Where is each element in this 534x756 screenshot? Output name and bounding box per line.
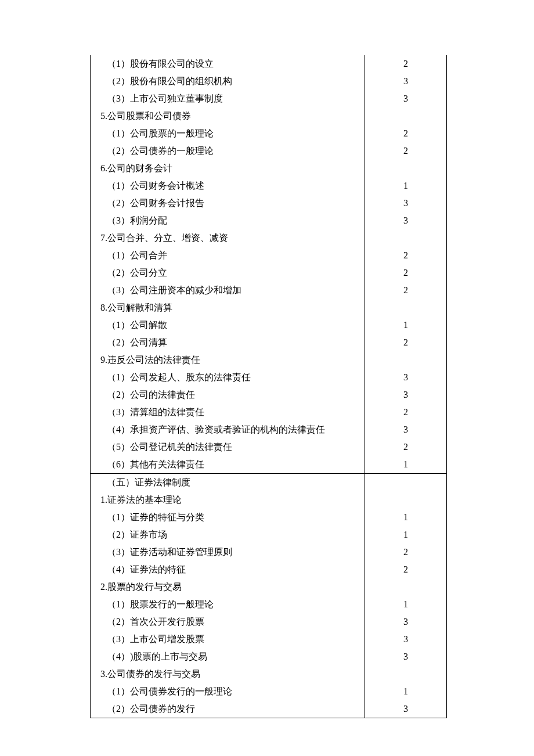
outline-text: （3）清算组的法律责任 [91, 404, 365, 421]
outline-number [365, 299, 446, 316]
outline-label: （3）证券活动和证券管理原则 [91, 543, 365, 561]
outline-number: 1 [365, 177, 446, 195]
table-row: （1）公司财务会计概述1 [91, 177, 447, 195]
outline-label: （1）公司解散 [91, 316, 365, 334]
outline-number: 2 [365, 561, 446, 578]
outline-number: 3 [365, 700, 446, 718]
outline-text: （3）上市公司增发股票 [91, 631, 365, 648]
table-row: （1）证券的特征与分类1 [91, 509, 447, 526]
outline-text: （2）首次公开发行股票 [91, 613, 365, 631]
outline-text: 7.公司合并、分立、增资、减资 [91, 229, 365, 247]
outline-label: （1）公司债券发行的一般理论 [91, 683, 365, 700]
table-row: 3.公司债券的发行与交易 [91, 665, 447, 683]
outline-label: （1）公司股票的一般理论 [91, 125, 365, 142]
table-row: （2）公司债券的一般理论2 [91, 142, 447, 160]
outline-text: （4）承担资产评估、验资或者验证的机构的法律责任 [91, 421, 365, 438]
outline-label: 6.公司的财务会计 [91, 160, 365, 177]
outline-number: 2 [365, 55, 446, 73]
outline-text: （1）公司财务会计概述 [91, 177, 365, 195]
outline-label: 3.公司债券的发行与交易 [91, 665, 365, 683]
table-row: 9.违反公司法的法律责任 [91, 351, 447, 369]
outline-number: 3 [365, 369, 446, 386]
outline-label: （2）公司债券的发行 [91, 700, 365, 718]
outline-text: （1）股份有限公司的设立 [91, 55, 365, 73]
outline-text: （1）股票发行的一般理论 [91, 596, 365, 613]
outline-text: 8.公司解散和清算 [91, 299, 365, 316]
outline-text: （3）利润分配 [91, 212, 365, 229]
outline-label: （2）公司债券的一般理论 [91, 142, 365, 160]
outline-number [365, 160, 446, 177]
outline-number: 2 [365, 334, 446, 351]
outline-label: （2）公司清算 [91, 334, 365, 351]
outline-number: 2 [365, 142, 446, 160]
table-row: （4）承担资产评估、验资或者验证的机构的法律责任3 [91, 421, 447, 438]
outline-number: 2 [365, 264, 446, 282]
outline-text: （1）证券的特征与分类 [91, 509, 365, 526]
table-row: （2）首次公开发行股票3 [91, 613, 447, 631]
outline-label: （2）股份有限公司的组织机构 [91, 73, 365, 90]
outline-label: 2.股票的发行与交易 [91, 578, 365, 596]
table-row: （5）公司登记机关的法律责任2 [91, 438, 447, 456]
outline-number: 1 [365, 509, 446, 526]
table-row: （2）公司分立2 [91, 264, 447, 282]
outline-label: （3）利润分配 [91, 212, 365, 229]
table-row: 2.股票的发行与交易 [91, 578, 447, 596]
table-row: 6.公司的财务会计 [91, 160, 447, 177]
table-row: （1）股份有限公司的设立2 [91, 55, 447, 73]
table-row: （2）股份有限公司的组织机构3 [91, 73, 447, 90]
outline-text: （3）上市公司独立董事制度 [91, 90, 365, 107]
outline-number [365, 351, 446, 369]
outline-label: （3）公司注册资本的减少和增加 [91, 282, 365, 299]
outline-text: 3.公司债券的发行与交易 [91, 665, 365, 683]
outline-label: （1）股份有限公司的设立 [91, 55, 365, 73]
outline-text: （1）公司合并 [91, 247, 365, 264]
table-row: （五）证券法律制度 [91, 474, 447, 492]
outline-text: 9.违反公司法的法律责任 [91, 351, 365, 369]
outline-label: （五）证券法律制度 [91, 474, 365, 491]
table-row: （3）清算组的法律责任2 [91, 404, 447, 421]
table-row: （3）上市公司增发股票3 [91, 631, 447, 648]
table-row: （1）公司债券发行的一般理论1 [91, 683, 447, 700]
outline-number: 2 [365, 404, 446, 421]
outline-label: （2）公司分立 [91, 264, 365, 282]
outline-label: （5）公司登记机关的法律责任 [91, 438, 365, 456]
outline-number: 3 [365, 73, 446, 90]
document-page: （1）股份有限公司的设立2（2）股份有限公司的组织机构3（3）上市公司独立董事制… [0, 0, 534, 756]
table-row: （1）公司解散1 [91, 316, 447, 334]
outline-label: （4）证券法的特征 [91, 561, 365, 578]
outline-text: （2）公司债券的发行 [91, 700, 365, 718]
table-row: （2）公司债券的发行3 [91, 700, 447, 718]
outline-text: 5.公司股票和公司债券 [91, 107, 365, 125]
outline-text: （5）公司登记机关的法律责任 [91, 438, 365, 456]
table-row: 8.公司解散和清算 [91, 299, 447, 316]
outline-text: （1）公司解散 [91, 316, 365, 334]
outline-label: （1）公司发起人、股东的法律责任 [91, 369, 365, 386]
outline-text: 1.证券法的基本理论 [91, 491, 365, 509]
outline-number: 2 [365, 543, 446, 561]
outline-text: （4）证券法的特征 [91, 561, 365, 578]
outline-number [365, 578, 446, 596]
outline-label: （4）承担资产评估、验资或者验证的机构的法律责任 [91, 421, 365, 438]
outline-text: （2）证券市场 [91, 526, 365, 543]
outline-text: （2）公司的法律责任 [91, 386, 365, 404]
table-row: 7.公司合并、分立、增资、减资 [91, 229, 447, 247]
outline-number: 1 [365, 316, 446, 334]
table-row: （4）)股票的上市与交易3 [91, 648, 447, 665]
outline-label: （1）证券的特征与分类 [91, 509, 365, 526]
outline-label: （2）证券市场 [91, 526, 365, 543]
outline-text: （2）公司财务会计报告 [91, 195, 365, 212]
outline-label: 7.公司合并、分立、增资、减资 [91, 229, 365, 247]
outline-number: 2 [365, 438, 446, 456]
outline-label: （3）清算组的法律责任 [91, 404, 365, 421]
table-row: 1.证券法的基本理论 [91, 491, 447, 509]
outline-number: 2 [365, 247, 446, 264]
outline-label: （2）首次公开发行股票 [91, 613, 365, 631]
outline-label: （2）公司的法律责任 [91, 386, 365, 404]
outline-number: 3 [365, 648, 446, 665]
outline-label: （1）股票发行的一般理论 [91, 596, 365, 613]
outline-label: （1）公司财务会计概述 [91, 177, 365, 195]
outline-number: 2 [365, 282, 446, 299]
outline-text: （3）公司注册资本的减少和增加 [91, 282, 365, 299]
table-row: （3）上市公司独立董事制度3 [91, 90, 447, 107]
outline-text: （1）公司发起人、股东的法律责任 [91, 369, 365, 386]
